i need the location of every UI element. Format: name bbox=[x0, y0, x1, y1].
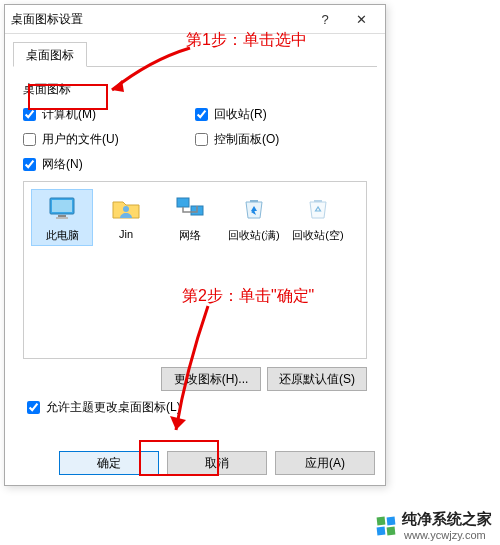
watermark-brand: 纯净系统之家 bbox=[402, 510, 492, 529]
checkbox-recycle-label: 回收站(R) bbox=[214, 106, 267, 123]
checkbox-control[interactable] bbox=[195, 133, 208, 146]
window-title: 桌面图标设置 bbox=[11, 11, 307, 28]
checkbox-recycle[interactable] bbox=[195, 108, 208, 121]
svg-rect-2 bbox=[58, 215, 66, 217]
svg-rect-9 bbox=[377, 526, 386, 535]
recycle-full-icon bbox=[238, 192, 270, 224]
group-label: 桌面图标 bbox=[23, 81, 367, 98]
icon-user[interactable]: Jin bbox=[96, 190, 156, 245]
network-icon bbox=[174, 192, 206, 224]
checkbox-userfiles-label: 用户的文件(U) bbox=[42, 131, 119, 148]
checkbox-network[interactable] bbox=[23, 158, 36, 171]
desktop-icons-dialog: 桌面图标设置 ? ✕ 桌面图标 桌面图标 计算机(M) 回收站(R) 用户的文件… bbox=[4, 4, 386, 486]
icon-preview-box: 此电脑 Jin 网络 回收站(满) 回收站(空) bbox=[23, 181, 367, 359]
change-icon-button[interactable]: 更改图标(H)... bbox=[161, 367, 261, 391]
titlebar: 桌面图标设置 ? ✕ bbox=[5, 5, 385, 34]
svg-rect-5 bbox=[177, 198, 189, 207]
checkbox-userfiles[interactable] bbox=[23, 133, 36, 146]
watermark-logo-icon bbox=[376, 516, 396, 536]
icon-recycle-full[interactable]: 回收站(满) bbox=[224, 190, 284, 245]
recycle-empty-icon bbox=[302, 192, 334, 224]
icon-network[interactable]: 网络 bbox=[160, 190, 220, 245]
checkbox-control-label: 控制面板(O) bbox=[214, 131, 279, 148]
svg-rect-8 bbox=[387, 516, 396, 525]
apply-button[interactable]: 应用(A) bbox=[275, 451, 375, 475]
help-button[interactable]: ? bbox=[307, 8, 343, 30]
icon-this-pc[interactable]: 此电脑 bbox=[32, 190, 92, 245]
restore-defaults-button[interactable]: 还原默认值(S) bbox=[267, 367, 367, 391]
monitor-icon bbox=[46, 192, 78, 224]
checkbox-computer-label: 计算机(M) bbox=[42, 106, 96, 123]
svg-rect-1 bbox=[52, 200, 72, 212]
folder-user-icon bbox=[110, 192, 142, 224]
tab-content: 桌面图标 计算机(M) 回收站(R) 用户的文件(U) 控制面板(O) bbox=[5, 67, 385, 426]
watermark-url: www.ycwjzy.com bbox=[404, 529, 492, 541]
icon-recycle-empty[interactable]: 回收站(空) bbox=[288, 190, 348, 245]
close-button[interactable]: ✕ bbox=[343, 8, 379, 30]
svg-point-4 bbox=[123, 206, 129, 212]
tab-strip: 桌面图标 bbox=[13, 42, 377, 67]
allow-theme-label: 允许主题更改桌面图标(L) bbox=[46, 399, 181, 416]
ok-button[interactable]: 确定 bbox=[59, 451, 159, 475]
tab-desktop-icons[interactable]: 桌面图标 bbox=[13, 42, 87, 67]
watermark: 纯净系统之家 www.ycwjzy.com bbox=[376, 510, 492, 541]
checkbox-allow-theme[interactable] bbox=[27, 401, 40, 414]
svg-rect-3 bbox=[56, 217, 68, 219]
svg-rect-10 bbox=[387, 526, 396, 535]
cancel-button[interactable]: 取消 bbox=[167, 451, 267, 475]
svg-rect-7 bbox=[377, 516, 386, 525]
checkbox-network-label: 网络(N) bbox=[42, 156, 83, 173]
checkbox-computer[interactable] bbox=[23, 108, 36, 121]
